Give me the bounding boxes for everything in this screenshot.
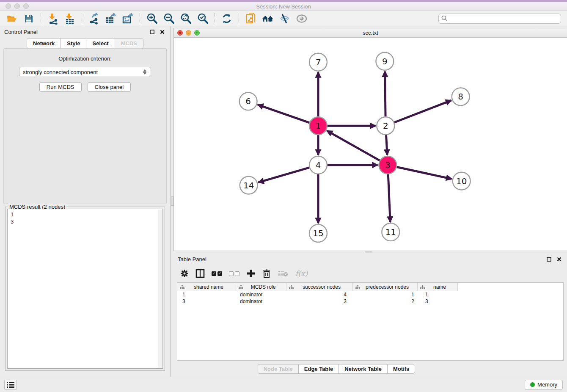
tab-select[interactable]: Select — [86, 38, 114, 49]
delete-column-icon[interactable] — [262, 268, 271, 279]
column-header-successor-nodes[interactable]: successor nodes — [286, 283, 353, 291]
graph-node-14[interactable]: 14 — [240, 177, 258, 194]
search-input[interactable] — [450, 16, 558, 22]
result-scrollbar[interactable] — [158, 210, 162, 368]
tab-mcds[interactable]: MCDS — [115, 38, 143, 49]
graph-edge-4-14[interactable] — [259, 168, 309, 182]
table-cell[interactable]: 1 — [353, 291, 418, 298]
graph-node-7[interactable]: 7 — [309, 53, 327, 71]
tab-network[interactable]: Network — [27, 38, 61, 49]
table-cell[interactable]: dominator — [236, 298, 286, 305]
table-cell[interactable]: 2 — [353, 298, 418, 305]
open-session-icon[interactable] — [4, 12, 19, 25]
node-table[interactable]: shared nameMCDS rolesuccessor nodesprede… — [177, 282, 564, 361]
float-panel-icon[interactable] — [148, 28, 156, 36]
memory-button[interactable]: Memory — [525, 380, 563, 390]
table-cell[interactable]: 1 — [177, 291, 236, 298]
table-cell[interactable]: 1 — [418, 291, 458, 298]
show-graphics-details-icon[interactable] — [294, 12, 309, 25]
graph-edge-2-9[interactable] — [385, 72, 385, 117]
import-network-icon[interactable] — [45, 12, 61, 25]
graph-node-4[interactable]: 4 — [309, 156, 327, 174]
table-options-icon[interactable] — [180, 268, 189, 279]
graph-node-10[interactable]: 10 — [453, 172, 471, 190]
graph-node-2[interactable]: 2 — [377, 117, 394, 135]
export-network-icon[interactable] — [86, 12, 102, 25]
window-titlebar: Session: New Session — [0, 0, 567, 11]
column-header-predecessor-nodes[interactable]: predecessor nodes — [353, 283, 418, 291]
column-header-MCDS-role[interactable]: MCDS role — [236, 283, 286, 291]
table-panel-header: Table Panel — [173, 254, 567, 265]
refresh-icon[interactable] — [219, 12, 234, 25]
hide-graphics-details-icon[interactable] — [277, 12, 292, 25]
split-columns-icon[interactable] — [195, 268, 205, 279]
export-table-icon[interactable] — [103, 12, 118, 25]
zoom-in-icon[interactable] — [144, 12, 160, 25]
zoom-fit-icon[interactable] — [178, 12, 193, 25]
graph-edge-3-1[interactable] — [327, 131, 380, 160]
search-icon — [441, 15, 448, 22]
home-layout-icon[interactable] — [260, 12, 275, 25]
splitter-grip[interactable] — [365, 251, 372, 253]
graph-node-9[interactable]: 9 — [376, 52, 394, 70]
select-all-checkboxes-icon[interactable] — [212, 268, 222, 279]
tab-node-table[interactable]: Node Table — [258, 364, 298, 374]
close-panel-button[interactable]: Close panel — [88, 82, 131, 92]
deselect-all-checkboxes-icon[interactable] — [229, 268, 239, 279]
graph-edge-3-10[interactable] — [397, 167, 452, 179]
table-row[interactable]: 3dominator323 — [177, 298, 563, 305]
graph-node-11[interactable]: 11 — [382, 223, 399, 241]
function-builder-icon[interactable]: f(x) — [295, 268, 308, 279]
close-panel-icon[interactable] — [158, 28, 166, 36]
column-header-shared-name[interactable]: shared name — [177, 283, 236, 291]
task-history-button[interactable] — [4, 380, 17, 390]
search-box[interactable] — [438, 14, 561, 24]
control-panel-header: Control Panel — [0, 26, 170, 37]
mcds-panel: Optimization criterion: strongly connect… — [3, 48, 167, 204]
run-mcds-button[interactable]: Run MCDS — [39, 82, 82, 92]
tab-network-table[interactable]: Network Table — [339, 364, 387, 374]
splitter-grip[interactable] — [171, 196, 173, 206]
graph-edge-2-3[interactable] — [386, 135, 388, 155]
save-session-icon[interactable] — [21, 12, 36, 25]
graph-node-8[interactable]: 8 — [452, 88, 470, 106]
main-toolbar — [0, 11, 567, 26]
column-header-name[interactable]: name — [418, 283, 458, 291]
tab-edge-table[interactable]: Edge Table — [298, 364, 339, 374]
right-column: scc.txt x − + 1234678910111415 — [173, 26, 567, 377]
add-column-icon[interactable] — [246, 268, 256, 279]
export-image-icon[interactable] — [120, 12, 135, 25]
table-toolbar: f(x) — [173, 265, 567, 282]
graph-edge-2-8[interactable] — [394, 100, 451, 122]
tab-motifs[interactable]: Motifs — [387, 364, 415, 374]
copy-network-icon[interactable] — [243, 12, 259, 25]
table-cell[interactable]: 3 — [177, 298, 236, 305]
criterion-dropdown-value: strongly connected component — [23, 69, 142, 75]
graph-node-1[interactable]: 1 — [309, 117, 327, 135]
zoom-selected-icon[interactable] — [195, 12, 210, 25]
import-table-icon[interactable] — [62, 12, 77, 25]
float-panel-icon[interactable] — [545, 255, 553, 263]
graph-node-15[interactable]: 15 — [309, 224, 327, 242]
svg-text:9: 9 — [382, 57, 388, 66]
delete-table-icon[interactable] — [278, 268, 289, 279]
table-cell[interactable]: 3 — [286, 298, 353, 305]
criterion-dropdown[interactable]: strongly connected component — [19, 67, 151, 77]
svg-text:15: 15 — [313, 229, 323, 238]
graph-edge-1-6[interactable] — [258, 105, 309, 123]
graph-edge-3-11[interactable] — [388, 174, 390, 222]
close-panel-icon[interactable] — [555, 255, 563, 263]
svg-text:7: 7 — [316, 58, 321, 67]
table-cell[interactable]: 4 — [286, 291, 353, 298]
table-row[interactable]: 1dominator411 — [177, 291, 563, 298]
graph-node-6[interactable]: 6 — [239, 92, 257, 110]
table-cell[interactable]: 3 — [418, 298, 458, 305]
mcds-result-text[interactable]: 1 3 — [7, 209, 163, 369]
vertical-splitter[interactable] — [170, 26, 173, 377]
tab-style[interactable]: Style — [61, 38, 86, 49]
table-cell[interactable]: dominator — [236, 291, 286, 298]
graph-node-3[interactable]: 3 — [379, 156, 396, 174]
zoom-out-icon[interactable] — [161, 12, 176, 25]
horizontal-splitter[interactable] — [173, 251, 567, 254]
network-canvas[interactable]: 1234678910111415 — [174, 38, 567, 251]
